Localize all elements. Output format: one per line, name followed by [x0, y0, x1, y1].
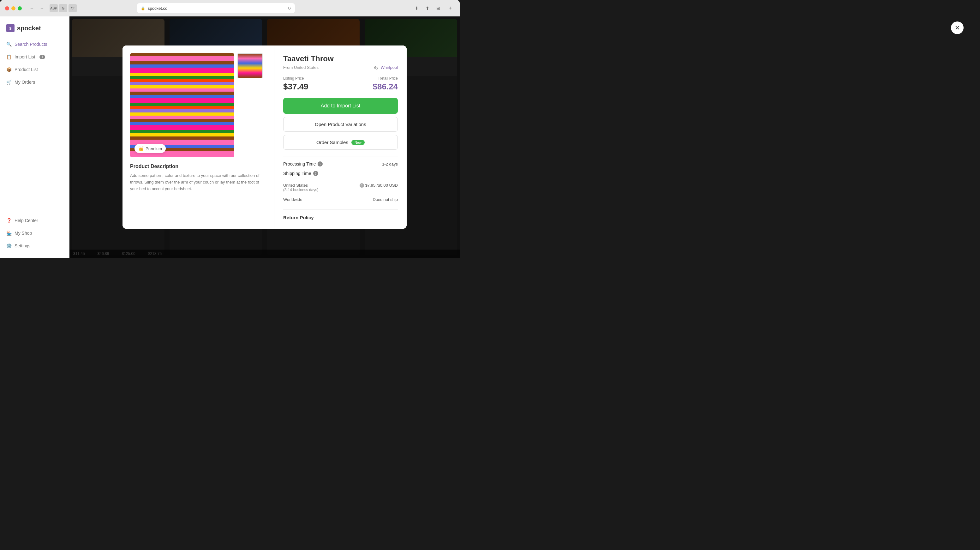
product-meta: From United States By Whirlpool — [283, 65, 398, 70]
sidebar: s spocket 🔍 Search Products 📋 Import Lis… — [0, 16, 70, 258]
us-shipping-cost: ? $7.95 /$0.00 USD — [360, 183, 398, 188]
sidebar-label-product: Product List — [14, 67, 38, 72]
sidebar-item-import-list[interactable]: 📋 Import List 1 — [3, 51, 67, 62]
main-product-image: 👑 Premium — [130, 53, 234, 157]
by-label: By — [374, 65, 378, 70]
shipping-time-help[interactable]: ? — [313, 171, 318, 176]
order-samples-label: Order Samples — [317, 140, 348, 145]
sidebar-item-my-orders[interactable]: 🛒 My Orders — [3, 77, 67, 88]
search-icon: 🔍 — [6, 42, 11, 47]
sidebar-label-shop: My Shop — [14, 231, 32, 236]
tabs-icon[interactable]: ⊞ — [434, 4, 443, 13]
listing-price-block: Listing Price $37.49 — [283, 76, 309, 92]
thumb-image-1 — [238, 54, 262, 78]
shipping-section: United States (8-14 business days) ? $7.… — [283, 180, 398, 204]
sidebar-label-orders: My Orders — [14, 80, 35, 84]
lock-icon: 🔒 — [141, 6, 145, 10]
processing-time-row: Processing Time ? 1-2 days — [283, 161, 398, 166]
address-bar[interactable]: 🔒 spocket.co ↻ — [137, 3, 295, 13]
back-button[interactable]: ← — [27, 4, 36, 13]
browser-nav: ← → — [27, 4, 46, 13]
sidebar-bottom: ❓ Help Center 🏪 My Shop ⚙️ Settings — [0, 211, 69, 253]
modal-overlay: ✕ 👑 Premium — [70, 16, 460, 258]
retail-price-label: Retail Price — [372, 76, 398, 81]
import-list-icon: 📋 — [6, 54, 11, 59]
sidebar-item-settings[interactable]: ⚙️ Settings — [3, 240, 67, 252]
sidebar-nav: 🔍 Search Products 📋 Import List 1 📦 Prod… — [0, 38, 69, 207]
ext-g[interactable]: G — [59, 4, 67, 12]
product-by: By Whirlpool — [374, 65, 398, 70]
close-window[interactable] — [5, 6, 9, 10]
sidebar-item-product-list[interactable]: 📦 Product List — [3, 64, 67, 75]
ext-shield[interactable]: 🛡 — [68, 4, 77, 12]
logo-text: spocket — [17, 25, 41, 32]
sidebar-label-settings: Settings — [14, 243, 30, 248]
sidebar-item-help-center[interactable]: ❓ Help Center — [3, 215, 67, 226]
shipping-cost-help[interactable]: ? — [360, 183, 364, 188]
shipping-time-row: Shipping Time ? — [283, 171, 398, 176]
shop-icon: 🏪 — [6, 231, 11, 236]
add-tab-button[interactable]: + — [446, 4, 455, 13]
product-desc-title: Product Description — [130, 164, 266, 169]
add-to-import-button[interactable]: Add to Import List — [283, 98, 398, 114]
worldwide-shipping-row: Worldwide Does not ship — [283, 194, 398, 204]
order-samples-button[interactable]: Order Samples New — [283, 135, 398, 150]
divider-2 — [283, 209, 398, 210]
product-description-section: Product Description Add some pattern, co… — [130, 164, 266, 192]
minimize-window[interactable] — [11, 6, 16, 10]
retail-price-value: $86.24 — [372, 82, 398, 92]
logo-icon: s — [6, 24, 14, 32]
product-desc-text: Add some pattern, color and texture to y… — [130, 172, 266, 192]
premium-label: Premium — [146, 146, 162, 151]
fullscreen-window[interactable] — [18, 6, 22, 10]
listing-price-value: $37.49 — [283, 82, 309, 92]
us-region: United States (8-14 business days) — [283, 183, 318, 192]
divider — [283, 156, 398, 156]
open-variations-button[interactable]: Open Product Variations — [283, 117, 398, 132]
sidebar-label-search: Search Products — [14, 42, 47, 47]
logo: s spocket — [0, 21, 69, 38]
thumbnail-1[interactable] — [237, 53, 262, 78]
return-policy-label: Return Policy — [283, 215, 398, 220]
new-badge: New — [352, 140, 365, 145]
price-section: Listing Price $37.49 Retail Price $86.24 — [283, 76, 398, 92]
forward-button[interactable]: → — [38, 4, 46, 13]
modal-left-panel: 👑 Premium Product Descrip — [123, 46, 274, 229]
url-text: spocket.co — [148, 6, 167, 11]
ext-asp[interactable]: ASP — [49, 4, 58, 12]
worldwide-label: Worldwide — [283, 197, 302, 202]
crown-icon: 👑 — [138, 146, 144, 151]
retail-price-block: Retail Price $86.24 — [372, 76, 398, 92]
processing-time-label: Processing Time ? — [283, 161, 323, 166]
listing-price-label: Listing Price — [283, 76, 309, 81]
extensions: ASP G 🛡 — [49, 4, 77, 12]
window-controls — [5, 6, 22, 10]
settings-icon: ⚙️ — [6, 243, 11, 248]
worldwide-shipping-value: Does not ship — [373, 197, 398, 202]
thumbnail-panel — [237, 53, 262, 157]
processing-time-help[interactable]: ? — [318, 161, 323, 166]
sidebar-item-search-products[interactable]: 🔍 Search Products — [3, 38, 67, 50]
share-icon[interactable]: ⬆ — [423, 4, 432, 13]
shipping-time-label: Shipping Time ? — [283, 171, 318, 176]
product-modal: 👑 Premium Product Descrip — [123, 46, 407, 229]
reload-icon[interactable]: ↻ — [288, 6, 291, 11]
main-content: $11.45 $46.89 $125.00 $218.75 ✕ — [70, 16, 460, 258]
import-list-badge: 1 — [40, 55, 45, 59]
product-origin: From United States — [283, 65, 318, 70]
sidebar-item-my-shop[interactable]: 🏪 My Shop — [3, 228, 67, 239]
us-shipping-row: United States (8-14 business days) ? $7.… — [283, 180, 398, 194]
browser-actions: ⬇ ⬆ ⊞ — [412, 4, 443, 13]
sidebar-label-import: Import List — [14, 54, 35, 59]
product-image-wrapper: 👑 Premium — [130, 53, 266, 157]
orders-icon: 🛒 — [6, 80, 11, 84]
sidebar-label-help: Help Center — [14, 218, 38, 223]
product-title: Taaveti Throw — [283, 54, 398, 63]
processing-time-value: 1-2 days — [382, 162, 398, 166]
help-icon: ❓ — [6, 218, 11, 223]
supplier-link[interactable]: Whirlpool — [381, 65, 398, 70]
rug-image — [130, 53, 234, 157]
product-list-icon: 📦 — [6, 67, 11, 72]
modal-right-panel: Taaveti Throw From United States By Whir… — [274, 46, 407, 229]
download-icon[interactable]: ⬇ — [412, 4, 421, 13]
